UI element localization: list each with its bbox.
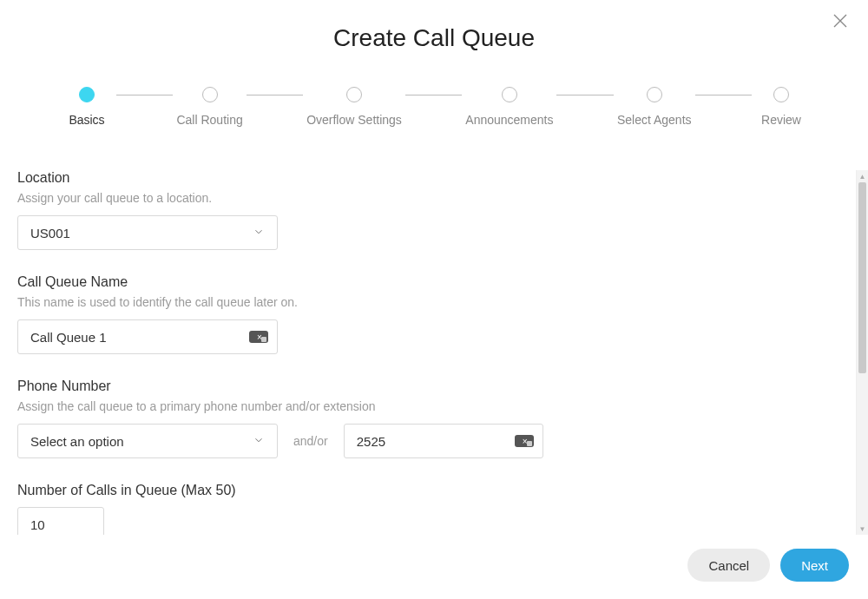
- phone-number-select[interactable]: Select an option: [17, 424, 278, 458]
- section-phone-number: Phone Number Assign the call queue to a …: [17, 378, 851, 458]
- clear-input-icon[interactable]: [249, 331, 268, 343]
- step-announcements[interactable]: Announcements: [465, 87, 553, 127]
- step-connector: [247, 95, 303, 95]
- step-label: Review: [761, 113, 801, 127]
- step-circle-icon: [202, 87, 218, 102]
- extension-input-wrapper: [344, 424, 543, 458]
- phone-number-placeholder: Select an option: [30, 434, 124, 449]
- step-label: Announcements: [465, 113, 553, 127]
- footer: Cancel Next: [687, 549, 849, 582]
- step-label: Call Routing: [176, 113, 242, 127]
- scroll-up-icon[interactable]: ▲: [857, 170, 868, 182]
- step-circle-icon: [502, 87, 517, 102]
- step-call-routing[interactable]: Call Routing: [176, 87, 242, 127]
- queue-name-input-wrapper: [17, 319, 278, 354]
- step-label: Overflow Settings: [306, 113, 402, 127]
- location-label: Location: [17, 170, 851, 186]
- queue-name-input[interactable]: [30, 330, 265, 345]
- step-label: Basics: [69, 113, 104, 127]
- step-connector: [556, 95, 613, 95]
- calls-in-queue-label: Number of Calls in Queue (Max 50): [17, 483, 851, 498]
- chevron-down-icon: [253, 434, 265, 449]
- step-connector: [695, 95, 752, 95]
- step-circle-icon: [647, 87, 662, 102]
- calls-in-queue-input-wrapper: [17, 507, 104, 535]
- phone-number-description: Assign the call queue to a primary phone…: [17, 399, 851, 413]
- step-connector: [116, 95, 173, 95]
- step-label: Select Agents: [617, 113, 692, 127]
- queue-name-label: Call Queue Name: [17, 274, 851, 290]
- next-button[interactable]: Next: [780, 549, 849, 582]
- clear-input-icon[interactable]: [515, 435, 534, 447]
- calls-in-queue-input[interactable]: [30, 517, 91, 532]
- section-queue-name: Call Queue Name This name is used to ide…: [17, 274, 851, 354]
- close-button[interactable]: [830, 10, 851, 31]
- step-circle-icon: [773, 87, 789, 102]
- scroll-down-icon[interactable]: ▼: [857, 523, 868, 535]
- chevron-down-icon: [253, 226, 265, 240]
- step-circle-icon: [346, 87, 362, 102]
- scrollbar-thumb[interactable]: [858, 182, 866, 373]
- location-description: Assign your call queue to a location.: [17, 191, 851, 205]
- cancel-button[interactable]: Cancel: [687, 549, 770, 582]
- queue-name-description: This name is used to identify the call q…: [17, 295, 851, 309]
- section-calls-in-queue: Number of Calls in Queue (Max 50): [17, 483, 851, 535]
- location-value: US001: [30, 226, 70, 240]
- step-basics[interactable]: Basics: [61, 87, 113, 127]
- step-connector: [405, 95, 462, 95]
- stepper: Basics Call Routing Overflow Settings An…: [0, 87, 868, 127]
- step-overflow-settings[interactable]: Overflow Settings: [306, 87, 402, 127]
- step-select-agents[interactable]: Select Agents: [617, 87, 692, 127]
- step-circle-icon: [79, 87, 95, 102]
- extension-input[interactable]: [357, 434, 530, 449]
- section-location: Location Assign your call queue to a loc…: [17, 170, 851, 250]
- step-review[interactable]: Review: [755, 87, 807, 127]
- scrollbar[interactable]: ▲ ▼: [856, 170, 868, 535]
- phone-number-label: Phone Number: [17, 378, 851, 394]
- location-select[interactable]: US001: [17, 215, 278, 250]
- page-title: Create Call Queue: [0, 24, 868, 52]
- form-content: Location Assign your call queue to a loc…: [0, 170, 868, 535]
- close-icon: [830, 10, 851, 31]
- andor-label: and/or: [293, 434, 328, 448]
